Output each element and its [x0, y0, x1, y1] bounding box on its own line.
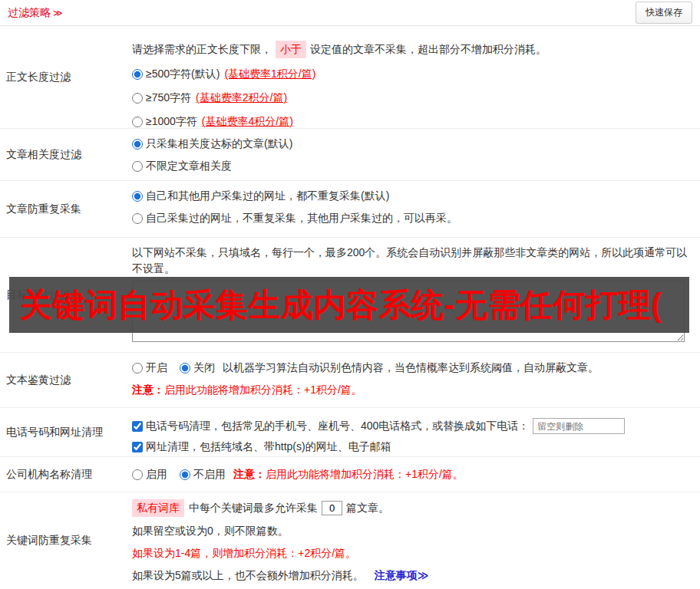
length-option-500[interactable]: ≥500字符(默认) (基础费率1积分/篇) — [132, 66, 691, 82]
note-body: 启用此功能将增加积分消耗：+1积分/篇。 — [266, 468, 464, 480]
dedup-self-only-radio[interactable] — [132, 213, 143, 224]
intro-text-post: 设定值的文章不采集，超出部分不增加积分消耗。 — [310, 41, 546, 58]
porn-filter-description: 以机器学习算法自动识别色情内容，当色情概率达到系统阈值，自动屏蔽文章。 — [223, 360, 599, 376]
keyword-limit-text-post: 篇文章。 — [346, 500, 389, 516]
porn-option-on[interactable]: 开启 — [132, 360, 167, 376]
topbar: 过滤策略 ≫ 快速保存 — [0, 0, 700, 26]
length-1000-radio[interactable] — [132, 117, 143, 127]
note-body: 启用此功能将增加积分消耗：+1积分/篇。 — [164, 382, 362, 398]
note-prefix: 注意： — [132, 382, 164, 398]
porn-on-radio[interactable] — [132, 363, 143, 373]
relevance-strict-label: 只采集相关度达标的文章(默认) — [146, 136, 292, 152]
row-label-company-cleanup: 公司机构名称清理 — [0, 457, 132, 492]
length-750-fee-note: (基础费率2积分/篇) — [196, 90, 287, 106]
length-500-radio[interactable] — [132, 69, 143, 80]
keyword-limit-text: 中每个关键词最多允许采集 — [189, 500, 318, 516]
row-label-relevance: 文章相关度过滤 — [0, 129, 132, 180]
phone-cleanup-checkbox[interactable] — [132, 421, 143, 432]
relevance-any-radio[interactable] — [132, 161, 143, 172]
row-label-content-length: 正文长度过滤 — [0, 26, 132, 128]
porn-off-radio[interactable] — [180, 363, 190, 373]
dedup-self-only-label: 自己采集过的网址，不重复采集，其他用户采集过的，可以再采。 — [146, 210, 457, 226]
dedup-all-users-radio[interactable] — [132, 191, 143, 202]
length-750-radio[interactable] — [132, 93, 143, 104]
length-1000-label: ≥1000字符 — [146, 114, 197, 129]
notice-link[interactable]: 注意事项≫ — [375, 568, 429, 584]
note-prefix: 注意： — [233, 468, 266, 480]
row-phone-url-cleanup: 电话号码和网址清理 电话号码清理，包括常见的手机号、座机号、400电话格式，或替… — [0, 408, 700, 457]
relevance-strict-radio[interactable] — [132, 139, 143, 150]
quick-save-button[interactable]: 快速保存 — [636, 2, 692, 24]
filter-strategy-toggle[interactable]: 过滤策略 ≫ — [8, 6, 63, 20]
company-option-enable[interactable]: 启用 — [132, 466, 167, 482]
watermark-text: 关键词自动采集生成内容系统-无需任何打理( — [9, 284, 662, 327]
keyword-limit-input[interactable] — [322, 501, 342, 515]
watermark-overlay: 关键词自动采集生成内容系统-无需任何打理( — [9, 277, 689, 333]
keyword-dedup-note-cost: 如果设为1-4篇，则增加积分消耗：+2积分/篇。 — [132, 545, 691, 561]
porn-option-off[interactable]: 关闭 — [180, 360, 215, 376]
porn-off-label: 关闭 — [193, 360, 215, 376]
length-750-label: ≥750字符 — [146, 90, 191, 106]
dedup-all-users-label: 自己和其他用户采集过的网址，都不重复采集(默认) — [146, 188, 389, 204]
keyword-dedup-note-five: 如果设为5篇或以上，也不会额外增加积分消耗。 — [132, 568, 364, 584]
private-lexicon-highlight: 私有词库 — [132, 499, 184, 517]
length-filter-intro: 请选择需求的正文长度下限， 小于 设定值的文章不采集，超出部分不增加积分消耗。 — [132, 41, 691, 58]
url-cleanup-option[interactable]: 网址清理，包括纯域名、带http(s)的网址、电子邮箱 — [132, 439, 691, 455]
row-company-cleanup: 公司机构名称清理 启用 不启用 注意：启用此功能将增加积分消耗：+1积分/篇。 — [0, 457, 700, 492]
length-500-fee-note: (基础费率1积分/篇) — [224, 66, 315, 82]
company-disable-label: 不启用 — [193, 466, 226, 482]
row-label-phone-url: 电话号码和网址清理 — [0, 408, 132, 456]
row-label-article-dedup: 文章防重复采集 — [0, 181, 132, 237]
dedup-option-self-only[interactable]: 自己采集过的网址，不重复采集，其他用户采集过的，可以再采。 — [132, 210, 691, 226]
url-cleanup-label: 网址清理，包括纯域名、带http(s)的网址、电子邮箱 — [146, 439, 391, 455]
company-cleanup-cost-note: 注意：启用此功能将增加积分消耗：+1积分/篇。 — [233, 466, 464, 482]
page-title: 过滤策略 — [8, 6, 51, 20]
url-cleanup-checkbox[interactable] — [132, 442, 143, 452]
row-content-length-filter: 正文长度过滤 请选择需求的正文长度下限， 小于 设定值的文章不采集，超出部分不增… — [0, 26, 700, 129]
row-label-porn-filter: 文本鉴黄过滤 — [0, 353, 132, 407]
company-enable-radio[interactable] — [132, 469, 143, 480]
phone-cleanup-label: 电话号码清理，包括常见的手机号、座机号、400电话格式，或替换成如下电话： — [146, 418, 529, 434]
relevance-option-strict[interactable]: 只采集相关度达标的文章(默认) — [132, 136, 691, 152]
site-filter-description: 以下网站不采集，只填域名，每行一个，最多200个。系统会自动识别并屏蔽那些非文章… — [132, 245, 691, 277]
row-relevance-filter: 文章相关度过滤 只采集相关度达标的文章(默认) 不限定文章相关度 — [0, 129, 700, 181]
dedup-option-all-users[interactable]: 自己和其他用户采集过的网址，都不重复采集(默认) — [132, 188, 691, 204]
intro-text-pre: 请选择需求的正文长度下限， — [132, 41, 272, 58]
phone-cleanup-option[interactable]: 电话号码清理，包括常见的手机号、座机号、400电话格式，或替换成如下电话： — [132, 418, 529, 434]
porn-on-label: 开启 — [146, 360, 167, 376]
length-option-1000[interactable]: ≥1000字符 (基础费率4积分/篇) — [132, 114, 691, 129]
less-than-highlight: 小于 — [276, 41, 306, 58]
replacement-phone-input[interactable] — [533, 418, 625, 434]
length-option-750[interactable]: ≥750字符 (基础费率2积分/篇) — [132, 90, 691, 106]
length-1000-fee-note: (基础费率4积分/篇) — [202, 114, 293, 129]
row-article-dedup: 文章防重复采集 自己和其他用户采集过的网址，都不重复采集(默认) 自己采集过的网… — [0, 181, 700, 238]
relevance-any-label: 不限定文章相关度 — [146, 158, 232, 174]
row-porn-filter: 文本鉴黄过滤 开启 关闭 以机器学习算法自动识别色情内容，当色情概率达到系统阈值… — [0, 353, 700, 408]
keyword-dedup-note-zero: 如果留空或设为0，则不限篇数。 — [132, 523, 691, 539]
company-enable-label: 启用 — [146, 466, 167, 482]
length-500-label: ≥500字符(默认) — [146, 66, 220, 82]
row-label-keyword-dedup: 关键词防重复采集 — [0, 492, 132, 589]
chevron-icon: ≫ — [53, 8, 63, 18]
row-keyword-dedup: 关键词防重复采集 私有词库 中每个关键词最多允许采集 篇文章。 如果留空或设为0… — [0, 492, 700, 589]
company-disable-radio[interactable] — [180, 469, 190, 480]
relevance-option-any[interactable]: 不限定文章相关度 — [132, 158, 691, 174]
porn-filter-cost-note: 注意： 启用此功能将增加积分消耗：+1积分/篇。 — [132, 382, 691, 398]
company-option-disable[interactable]: 不启用 — [180, 466, 226, 482]
